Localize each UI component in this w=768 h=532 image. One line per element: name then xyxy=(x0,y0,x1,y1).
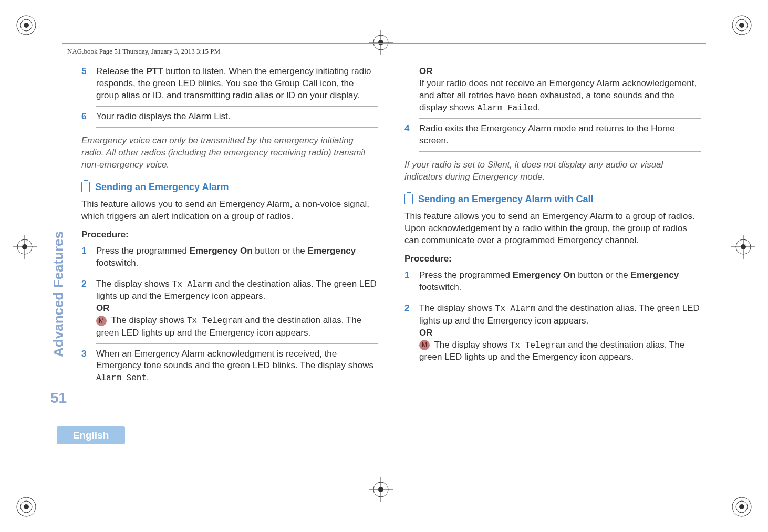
step-body: Release the PTT button to listen. When t… xyxy=(96,66,378,102)
step-body: Your radio displays the Alarm List. xyxy=(96,111,378,123)
step-number: 5 xyxy=(81,66,89,102)
divider xyxy=(96,343,378,344)
section-title: Sending an Emergency Alarm with Call xyxy=(418,193,593,205)
code-text: Alarm Sent xyxy=(96,373,147,383)
code-text: Tx Alarm xyxy=(172,280,213,289)
section-title: Sending an Emergency Alarm xyxy=(95,181,229,193)
m-badge-icon: M xyxy=(419,340,430,350)
note-text: Emergency voice can only be transmitted … xyxy=(81,135,378,171)
proc-step-1: 1 Press the programmed Emergency On butt… xyxy=(81,245,378,269)
svg-point-15 xyxy=(22,244,27,249)
proc-step-2: 2 The display shows Tx Alarm and the des… xyxy=(81,278,378,339)
divider xyxy=(96,106,378,107)
divider xyxy=(419,151,701,152)
step-body: The display shows Tx Alarm and the desti… xyxy=(96,278,378,339)
divider xyxy=(96,127,378,128)
step-number: 6 xyxy=(81,111,89,123)
section-tab: Advanced Features xyxy=(50,231,67,357)
step-4: 4 Radio exits the Emergency Alarm mode a… xyxy=(404,123,701,147)
reg-mark-icon xyxy=(16,496,37,517)
content-area: 5 Release the PTT button to listen. When… xyxy=(81,66,701,388)
section-intro: This feature allows you to send an Emerg… xyxy=(81,199,378,223)
step-number: 3 xyxy=(81,348,89,384)
crosshair-icon xyxy=(368,476,394,503)
code-text: Tx Telegram xyxy=(187,316,243,326)
proc-step-2: 2 The display shows Tx Alarm and the des… xyxy=(404,302,701,363)
crosshair-icon xyxy=(368,29,394,56)
svg-point-27 xyxy=(378,487,383,492)
right-column: OR If your radio does not receive an Eme… xyxy=(404,66,701,388)
or-label: OR xyxy=(419,328,433,338)
reg-mark-icon xyxy=(16,15,37,36)
document-icon xyxy=(404,194,413,204)
step-6: 6 Your radio displays the Alarm List. xyxy=(81,111,378,123)
code-text: Tx Telegram xyxy=(510,341,566,350)
crosshair-icon xyxy=(730,234,756,260)
step-number: 2 xyxy=(81,278,89,339)
divider xyxy=(419,118,701,119)
step-body: Radio exits the Emergency Alarm mode and… xyxy=(419,123,701,147)
step-body: Press the programmed Emergency On button… xyxy=(419,269,701,294)
section-heading-b: Sending an Emergency Alarm with Call xyxy=(404,193,701,205)
or-label: OR xyxy=(419,66,433,76)
svg-point-5 xyxy=(739,23,744,28)
step-body: The display shows Tx Alarm and the desti… xyxy=(419,302,701,363)
divider xyxy=(419,298,701,298)
svg-point-23 xyxy=(378,40,383,45)
proc-step-1: 1 Press the programmed Emergency On butt… xyxy=(404,269,701,294)
svg-point-2 xyxy=(24,23,29,28)
page-header-text: NAG.book Page 51 Thursday, January 3, 20… xyxy=(67,47,220,56)
code-text: Alarm Failed xyxy=(478,103,538,113)
step-body: When an Emergency Alarm acknowledgment i… xyxy=(96,348,378,384)
proc-step-3: 3 When an Emergency Alarm acknowledgment… xyxy=(81,348,378,384)
step-number: 1 xyxy=(81,245,89,269)
or-label: OR xyxy=(96,303,110,313)
step-number: 2 xyxy=(404,302,412,363)
section-intro: This feature allows you to send an Emerg… xyxy=(404,211,701,247)
step-number: 4 xyxy=(404,123,412,147)
document-icon xyxy=(81,182,90,192)
page-number: 51 xyxy=(50,390,67,406)
procedure-label: Procedure: xyxy=(81,229,378,241)
svg-point-19 xyxy=(741,244,746,249)
procedure-label: Procedure: xyxy=(404,253,701,265)
continuation-block: OR If your radio does not receive an Eme… xyxy=(404,66,701,114)
reg-mark-icon xyxy=(731,496,752,517)
step-5: 5 Release the PTT button to listen. When… xyxy=(81,66,378,102)
note-text: If your radio is set to Silent, it does … xyxy=(404,159,701,183)
m-badge-icon: M xyxy=(96,316,107,326)
divider xyxy=(96,274,378,274)
reg-mark-icon xyxy=(731,15,752,36)
svg-point-11 xyxy=(739,504,744,509)
step-number: 1 xyxy=(404,269,412,294)
divider xyxy=(419,368,701,368)
code-text: Tx Alarm xyxy=(495,304,536,314)
step-body: Press the programmed Emergency On button… xyxy=(96,245,378,269)
section-heading-a: Sending an Emergency Alarm xyxy=(81,181,378,193)
left-column: 5 Release the PTT button to listen. When… xyxy=(81,66,378,388)
svg-point-8 xyxy=(24,504,29,509)
crosshair-icon xyxy=(12,234,38,260)
language-tab: English xyxy=(57,426,125,444)
